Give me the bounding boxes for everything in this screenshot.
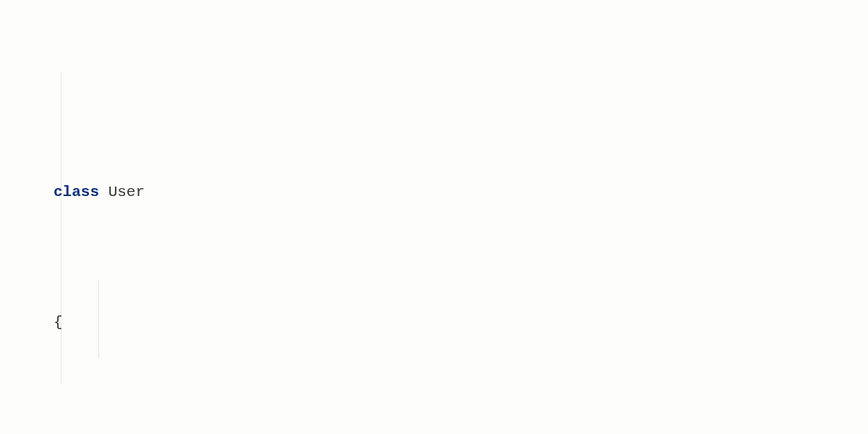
code-editor[interactable]: class User { private $id; private $name … — [0, 0, 868, 434]
keyword-class: class — [54, 184, 99, 200]
code-line: class User — [54, 179, 868, 205]
code-line: { — [54, 310, 868, 336]
class-name: User — [109, 184, 145, 200]
brace-open: { — [54, 314, 63, 331]
indent-guide — [61, 72, 61, 385]
